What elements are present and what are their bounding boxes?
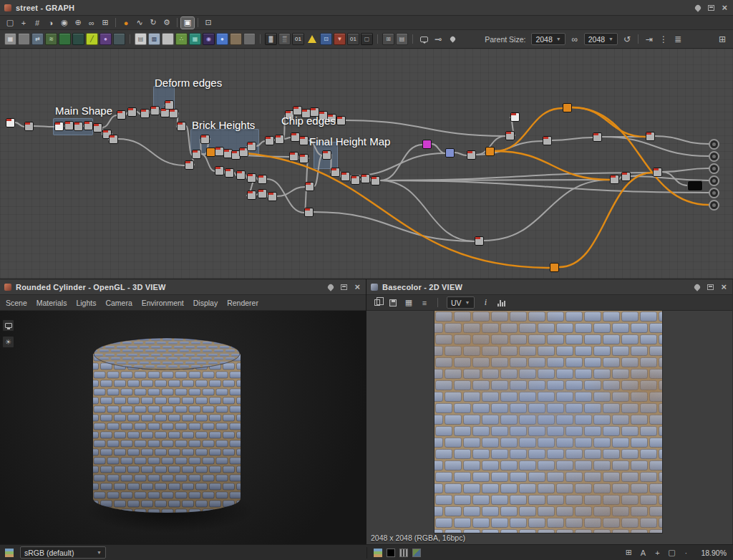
reset-size-icon[interactable]: ↺	[621, 33, 634, 46]
loop-compute-icon[interactable]: ↻	[147, 17, 160, 29]
colorspace-icon[interactable]	[5, 549, 14, 557]
graph-node[interactable]	[258, 175, 267, 184]
cylinder-3d-model[interactable]	[93, 337, 241, 513]
pin-node-icon[interactable]	[446, 33, 459, 46]
graph-output-node[interactable]	[709, 163, 719, 174]
node-grayscale-icon[interactable]	[18, 33, 30, 45]
link-size-icon[interactable]: ∞	[568, 33, 581, 46]
graph-node[interactable]	[54, 122, 64, 131]
graph-node[interactable]	[331, 168, 340, 177]
node-shape-icon[interactable]	[162, 33, 174, 45]
graph-node[interactable]	[299, 154, 309, 163]
graph-node[interactable]	[24, 122, 34, 131]
node-perlin-icon[interactable]	[243, 33, 256, 45]
grid-snap-icon[interactable]: ⊞	[99, 17, 112, 29]
graph-node[interactable]	[200, 135, 210, 144]
node-sphere-icon[interactable]: ●	[216, 33, 228, 45]
pick-tool-icon[interactable]: ◉	[58, 17, 71, 29]
graph-node[interactable]	[505, 131, 515, 140]
graph-node[interactable]	[275, 135, 284, 144]
graph-output-node[interactable]	[709, 188, 719, 198]
material-mode-icon[interactable]: ●	[120, 17, 132, 29]
graph-node[interactable]	[127, 107, 137, 117]
close-icon[interactable]: ×	[354, 284, 360, 291]
graph-node[interactable]	[563, 103, 572, 112]
node-stripes-icon[interactable]: ▤	[396, 33, 408, 45]
node-bnw-spots-icon[interactable]: ▓	[265, 33, 277, 45]
active-view-link-icon[interactable]: ▣	[181, 17, 194, 29]
node-tile-sampler-icon[interactable]: ▢	[361, 33, 373, 45]
menu-lights[interactable]: Lights	[76, 299, 96, 307]
graph-node[interactable]	[361, 174, 370, 183]
graph-node[interactable]	[192, 150, 201, 159]
graph-node[interactable]	[510, 112, 520, 122]
uv-mode-select[interactable]: UV ▼	[447, 296, 475, 309]
graph-node[interactable]	[215, 166, 224, 175]
graph-node[interactable]	[247, 190, 256, 200]
light-icon[interactable]: ☀	[2, 336, 14, 348]
graph-node[interactable]	[74, 122, 83, 131]
grid-toggle-icon[interactable]: ⊞	[623, 547, 634, 559]
node-curve-icon[interactable]	[72, 33, 84, 45]
text-tool-icon[interactable]: A	[637, 547, 649, 559]
graph-node[interactable]	[84, 121, 93, 130]
graph-node[interactable]	[467, 150, 476, 160]
graph-node[interactable]	[236, 170, 246, 180]
connection-style-icon[interactable]: ∿	[133, 17, 146, 29]
graph-node[interactable]	[304, 208, 314, 217]
select-tool-icon[interactable]: ▢	[4, 17, 16, 29]
graph-node[interactable]	[445, 148, 455, 158]
comment-icon[interactable]	[417, 33, 430, 46]
graph-node[interactable]	[6, 118, 15, 127]
inherit-size-select[interactable]: 2048 ▼	[584, 33, 618, 45]
pin-icon[interactable]	[694, 4, 702, 11]
graph-node[interactable]	[687, 180, 703, 191]
copy-image-icon[interactable]	[372, 297, 383, 309]
float-icon[interactable]	[708, 5, 714, 11]
graph-node[interactable]	[322, 150, 331, 160]
node-dirt-noise-icon[interactable]	[230, 33, 242, 45]
pattern-swatch[interactable]	[399, 549, 408, 557]
graph-node[interactable]	[64, 121, 74, 130]
graph-node[interactable]	[341, 172, 350, 181]
image-stack-icon[interactable]: ▦	[403, 297, 414, 309]
graph-node[interactable]	[93, 123, 102, 132]
node-splatter-icon[interactable]: ∴	[175, 33, 188, 45]
close-icon[interactable]: ×	[722, 4, 727, 11]
close-icon[interactable]: ×	[721, 284, 727, 291]
graph-output-node[interactable]	[709, 151, 719, 162]
graph-node[interactable]	[150, 106, 160, 115]
graph-node[interactable]	[247, 142, 256, 151]
snap-tool-icon[interactable]: #	[31, 17, 44, 29]
node-levels-icon[interactable]	[59, 33, 71, 45]
paint-tool-icon[interactable]: ◑	[44, 17, 57, 29]
graph-node[interactable]	[351, 175, 360, 185]
graph-node[interactable]	[247, 173, 256, 183]
node-value-01-icon[interactable]: 01	[292, 33, 304, 45]
frame-all-icon[interactable]: ⊡	[202, 17, 215, 29]
link-create-icon[interactable]: ∞	[85, 17, 98, 29]
graph-node[interactable]	[185, 160, 194, 170]
move-tool-icon[interactable]: +	[17, 17, 30, 29]
recenter-node-icon[interactable]: ⇥	[643, 33, 656, 46]
float-icon[interactable]	[707, 284, 714, 290]
tools-icon[interactable]: ⚙	[160, 17, 173, 29]
menu-renderer[interactable]: Renderer	[227, 299, 258, 307]
graph-node[interactable]	[169, 109, 178, 118]
float-icon[interactable]	[341, 284, 347, 290]
basecolor-texture[interactable]	[435, 311, 662, 533]
node-bitmap-icon[interactable]: ▦	[4, 33, 16, 45]
graph-node[interactable]	[268, 192, 277, 201]
move-tool-icon[interactable]: +	[651, 547, 663, 559]
graph-node[interactable]	[305, 182, 314, 191]
colorspace-select[interactable]: sRGB (default) ▼	[20, 546, 106, 559]
graph-output-node[interactable]	[709, 200, 719, 211]
menu-materials[interactable]: Materials	[37, 299, 67, 307]
view3d-viewport[interactable]: ☀	[0, 311, 366, 544]
snap-grid-settings-icon[interactable]: ⊞	[716, 33, 729, 46]
node-blend-icon[interactable]: ≋	[45, 33, 57, 45]
graph-node[interactable]	[621, 172, 631, 181]
graph-output-node[interactable]	[709, 139, 719, 150]
graph-node[interactable]	[475, 236, 484, 246]
pin-icon[interactable]	[327, 283, 335, 291]
